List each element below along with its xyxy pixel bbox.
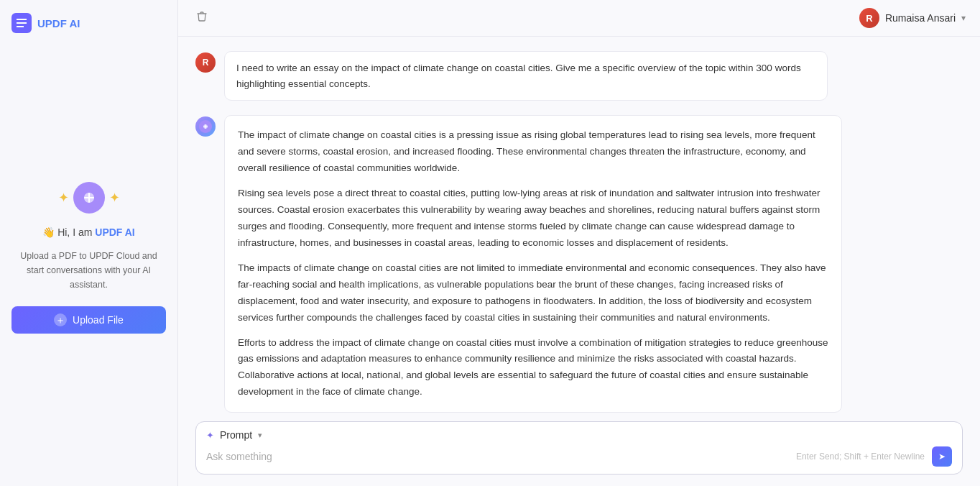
ai-paragraph-2: Rising sea levels pose a direct threat t… — [238, 185, 828, 252]
chat-input-area: ✦ Prompt ▾ Enter Send; Shift + Enter New… — [178, 413, 980, 486]
updf-logo-icon — [11, 13, 32, 33]
ai-paragraph-4: Efforts to address the impact of climate… — [238, 335, 828, 401]
chevron-down-icon[interactable]: ▾ — [961, 13, 966, 23]
greeting-prefix: 👋 Hi, I am — [42, 226, 95, 238]
prompt-dropdown-icon[interactable]: ▾ — [258, 431, 262, 440]
header-left — [193, 7, 211, 29]
sparkle-container: ✦ ✦ — [58, 182, 120, 214]
ai-message-content: The impact of climate change on coastal … — [224, 115, 842, 413]
ai-avatar-message — [195, 116, 216, 137]
prompt-sparkle-icon: ✦ — [206, 430, 214, 441]
ai-paragraph-1: The impact of climate change on coastal … — [238, 127, 828, 177]
ai-paragraph-3: The impacts of climate change on coastal… — [238, 260, 828, 326]
logo-highlight: AI — [69, 17, 80, 29]
input-hint-text: Enter Send; Shift + Enter Newline — [796, 451, 925, 462]
input-toolbar: ✦ Prompt ▾ — [206, 429, 952, 441]
ai-message-bubble: The impact of climate change on coastal … — [224, 115, 842, 413]
chat-messages-container: R I need to write an essay on the impact… — [178, 37, 980, 413]
trash-icon — [195, 10, 208, 23]
input-row: Enter Send; Shift + Enter Newline ➤ — [206, 446, 952, 467]
sparkle-left-icon: ✦ — [58, 190, 69, 206]
upload-plus-icon: ＋ — [54, 313, 67, 326]
send-icon: ➤ — [938, 451, 946, 462]
user-message: R I need to write an essay on the impact… — [195, 51, 828, 101]
ai-message: The impact of climate change on coastal … — [195, 115, 842, 413]
logo-plain: UPDF — [37, 17, 69, 29]
sidebar: UPDF AI ✦ ✦ 👋 Hi, I am UPD — [0, 0, 178, 486]
app-logo: UPDF AI — [11, 13, 80, 33]
sidebar-main-content: ✦ ✦ 👋 Hi, I am UPDF AI Upload a PDF to — [11, 43, 166, 472]
user-name-header: Rumaisa Ansari — [885, 12, 956, 24]
header-right: R Rumaisa Ansari ▾ — [859, 8, 966, 28]
greeting-brand: UPDF AI — [95, 226, 134, 238]
upload-button-label: Upload File — [73, 314, 124, 326]
delete-conversation-button[interactable] — [193, 7, 211, 29]
input-container: ✦ Prompt ▾ Enter Send; Shift + Enter New… — [195, 421, 963, 474]
chat-input-field[interactable] — [206, 451, 789, 462]
sidebar-greeting: 👋 Hi, I am UPDF AI — [42, 225, 135, 240]
user-avatar-message: R — [195, 52, 216, 73]
upload-file-button[interactable]: ＋ Upload File — [11, 306, 166, 334]
user-message-bubble: I need to write an essay on the impact o… — [224, 51, 828, 101]
ai-brand-icon — [73, 182, 105, 214]
main-chat-area: R Rumaisa Ansari ▾ R I need to write an … — [178, 0, 980, 486]
app-name-text: UPDF AI — [37, 17, 80, 29]
chat-header: R Rumaisa Ansari ▾ — [178, 0, 980, 37]
user-avatar-header: R — [859, 8, 879, 28]
sparkle-right-icon: ✦ — [109, 190, 120, 206]
sidebar-description: Upload a PDF to UPDF Cloud and start con… — [17, 249, 161, 292]
prompt-label: Prompt — [220, 429, 252, 441]
send-button[interactable]: ➤ — [932, 446, 952, 467]
